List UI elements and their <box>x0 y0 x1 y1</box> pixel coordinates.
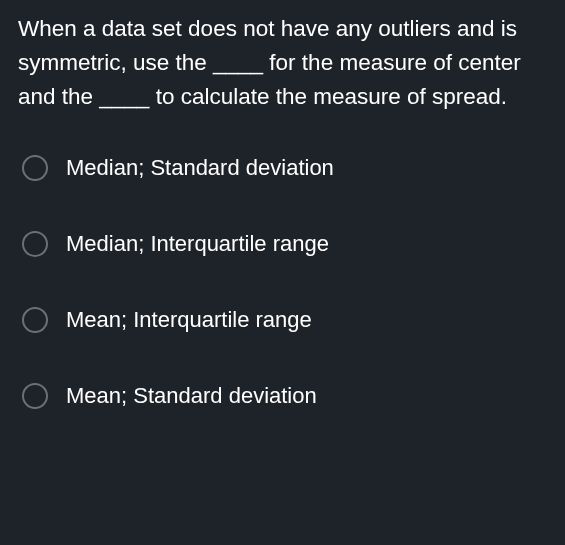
radio-icon <box>22 231 48 257</box>
option-label: Mean; Standard deviation <box>66 383 317 409</box>
radio-icon <box>22 155 48 181</box>
radio-icon <box>22 307 48 333</box>
option-row[interactable]: Mean; Standard deviation <box>22 383 547 409</box>
question-text: When a data set does not have any outlie… <box>18 12 547 113</box>
option-label: Median; Standard deviation <box>66 155 334 181</box>
option-row[interactable]: Mean; Interquartile range <box>22 307 547 333</box>
option-row[interactable]: Median; Standard deviation <box>22 155 547 181</box>
radio-icon <box>22 383 48 409</box>
options-list: Median; Standard deviation Median; Inter… <box>18 155 547 409</box>
option-row[interactable]: Median; Interquartile range <box>22 231 547 257</box>
option-label: Mean; Interquartile range <box>66 307 312 333</box>
option-label: Median; Interquartile range <box>66 231 329 257</box>
